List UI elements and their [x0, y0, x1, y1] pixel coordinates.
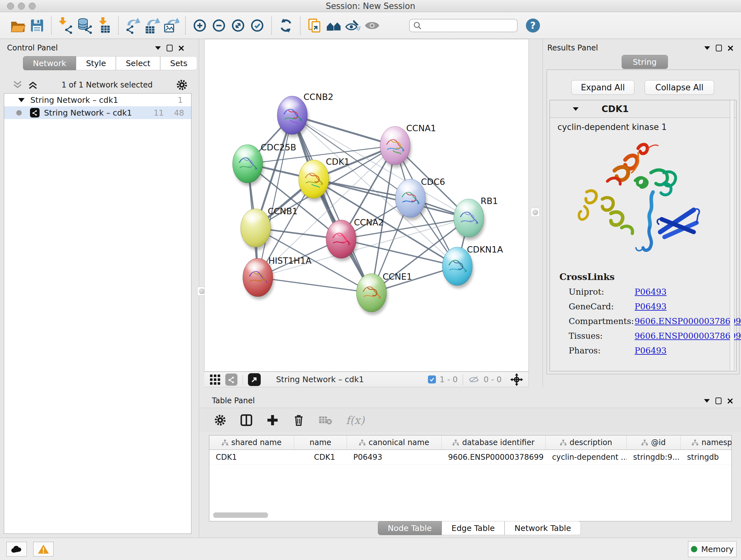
tab-select[interactable]: Select [116, 56, 160, 70]
tab-node-table[interactable]: Node Table [378, 521, 442, 535]
column-header-namespace[interactable]: namespace [681, 435, 732, 449]
network-node-RB1[interactable]: RB1 [454, 196, 498, 240]
cell-shared-name[interactable]: CDK1 [209, 450, 294, 464]
column-header-description[interactable]: description [546, 435, 627, 449]
horizontal-scrollbar-thumb[interactable] [213, 512, 268, 518]
export-network-button[interactable] [123, 16, 142, 35]
panel-menu-icon[interactable] [704, 46, 710, 50]
column-header-database-identifier[interactable]: database identifier [442, 435, 546, 449]
cell-id[interactable]: stringdb:9... [627, 450, 681, 464]
network-node-CDC25B[interactable]: CDC25B [232, 142, 296, 186]
crosslink-link[interactable]: P06493 [635, 346, 667, 355]
add-column-icon[interactable] [240, 414, 253, 427]
network-node-CCNA1[interactable]: CCNA1 [380, 123, 436, 168]
network-node-CCNB1[interactable]: CCNB1 [241, 206, 298, 250]
expand-all-icon[interactable] [27, 80, 38, 90]
tab-string[interactable]: String [622, 55, 668, 69]
tab-network-table[interactable]: Network Table [504, 521, 581, 535]
gear-icon[interactable] [176, 79, 188, 91]
network-node-CCNB2[interactable]: CCNB2 [277, 92, 333, 137]
network-canvas[interactable]: CCNB2CCNA1CDC25BCDK1CDC6RB1CCNB1CCNA2CDK… [204, 39, 529, 372]
cell-canonical-name[interactable]: P06493 [347, 450, 442, 464]
cell-database-identifier[interactable]: 9606.ENSP00000378699 [442, 450, 546, 464]
crosslink-link[interactable]: P06493 [635, 287, 667, 297]
search-field[interactable] [409, 19, 518, 32]
birds-eye-icon[interactable] [510, 373, 523, 386]
network-edge[interactable] [292, 115, 372, 293]
panel-close-icon[interactable] [179, 45, 184, 51]
crosslink-link[interactable]: 9606.ENSP00000378699 [635, 316, 741, 326]
export-image-button[interactable] [161, 16, 181, 35]
panel-close-icon[interactable] [728, 45, 733, 51]
help-button[interactable]: ? [526, 18, 540, 33]
add-row-icon[interactable] [266, 414, 279, 427]
save-session-button[interactable] [27, 16, 47, 35]
delete-table-icon[interactable] [319, 415, 333, 426]
network-node-CDKN1A[interactable]: CDKN1A [442, 245, 503, 288]
network-selected-summary: 1 of 1 Network selected [38, 80, 176, 89]
panel-float-icon[interactable] [716, 45, 722, 51]
crosslink-link[interactable]: P06493 [635, 302, 667, 311]
zoom-in-button[interactable] [190, 16, 209, 35]
network-view-icon[interactable] [225, 374, 238, 386]
node-section-header[interactable]: CDK1 [550, 100, 736, 118]
network-node-CCNE1[interactable]: CCNE1 [356, 272, 412, 315]
crosslink-link[interactable]: 9606.ENSP00000378699 [635, 331, 741, 341]
panel-float-icon[interactable] [716, 397, 722, 404]
column-header-shared-name[interactable]: shared name [209, 435, 294, 449]
refresh-view-button[interactable] [276, 16, 295, 35]
import-table-button[interactable] [94, 16, 114, 35]
section-collapse-icon[interactable] [573, 107, 579, 111]
table-row[interactable]: CDK1 CDK1 P06493 9606.ENSP00000378699 cy… [209, 450, 732, 465]
function-builder-button[interactable]: f(x) [346, 414, 364, 427]
hidden-eye-icon[interactable] [468, 375, 480, 384]
right-splitter-grip[interactable] [531, 208, 540, 217]
visibility-button[interactable] [362, 16, 382, 35]
column-header-id[interactable]: @id [627, 435, 681, 449]
cell-description[interactable]: cyclin-dependent ... [546, 450, 627, 464]
annotation-visibility-button[interactable] [343, 16, 362, 35]
collapse-all-button[interactable]: Collapse All [645, 80, 714, 95]
network-node-CDK1[interactable]: CDK1 [299, 157, 350, 201]
open-session-button[interactable] [8, 16, 27, 35]
zoom-selected-button[interactable] [248, 16, 267, 35]
column-header-name[interactable]: name [294, 435, 347, 449]
panel-menu-icon[interactable] [704, 399, 710, 402]
home-button[interactable] [324, 16, 343, 35]
grid-view-icon[interactable] [209, 374, 221, 385]
column-header-canonical-name[interactable]: canonical name [347, 435, 442, 449]
export-table-button[interactable] [142, 16, 161, 35]
network-row[interactable]: String Network – cdk1 11 48 [4, 106, 191, 119]
network-edge[interactable] [258, 277, 372, 293]
collapse-all-icon[interactable] [12, 80, 23, 90]
cloud-button[interactable] [6, 542, 27, 557]
panel-float-icon[interactable] [166, 45, 173, 51]
results-scrollbar[interactable] [730, 100, 734, 370]
tree-expanded-icon[interactable] [18, 98, 24, 102]
clone-documents-button[interactable] [305, 16, 324, 35]
network-edge[interactable] [341, 239, 457, 266]
network-collection-row[interactable]: String Network – cdk1 1 [4, 94, 191, 106]
import-network-button[interactable] [56, 16, 75, 35]
import-network-from-database-button[interactable] [75, 16, 94, 35]
network-node-CDC6[interactable]: CDC6 [395, 177, 445, 220]
warnings-button[interactable] [33, 542, 54, 557]
expand-all-button[interactable]: Expand All [571, 80, 634, 95]
tab-edge-table[interactable]: Edge Table [442, 521, 505, 535]
panel-close-icon[interactable] [727, 398, 733, 404]
network-node-HIST1H1A[interactable]: HIST1H1A [243, 256, 312, 300]
panel-menu-icon[interactable] [155, 46, 161, 50]
zoom-fit-button[interactable] [228, 16, 248, 35]
memory-button[interactable]: Memory [688, 541, 737, 557]
cell-name[interactable]: CDK1 [294, 450, 347, 464]
tab-sets[interactable]: Sets [160, 56, 197, 70]
table-gear-icon[interactable] [214, 414, 226, 427]
zoom-out-button[interactable] [209, 16, 228, 35]
tab-network[interactable]: Network [23, 56, 76, 70]
search-input[interactable] [422, 21, 513, 30]
tab-style[interactable]: Style [76, 56, 116, 70]
open-in-window-icon[interactable] [248, 373, 261, 386]
cell-namespace[interactable]: stringdb [681, 450, 732, 464]
delete-column-icon[interactable] [292, 414, 305, 427]
selected-checkbox-icon[interactable] [428, 375, 436, 383]
